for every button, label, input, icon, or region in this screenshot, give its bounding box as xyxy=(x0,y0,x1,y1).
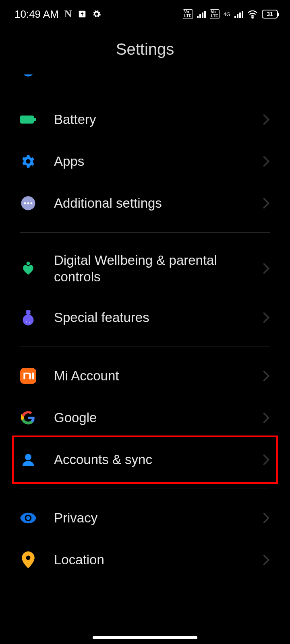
chevron-right-icon xyxy=(263,156,270,167)
settings-list: Battery Apps Additional settings Digital… xyxy=(0,99,290,581)
settings-item-partial[interactable] xyxy=(0,74,290,99)
settings-item-location[interactable]: Location xyxy=(0,539,290,581)
settings-item-label: Digital Wellbeing & parental controls xyxy=(54,252,263,285)
chevron-right-icon xyxy=(263,114,270,125)
settings-item-special[interactable]: Special features xyxy=(0,297,290,339)
svg-point-1 xyxy=(252,17,253,18)
pin-icon xyxy=(20,552,36,568)
settings-item-label: Accounts & sync xyxy=(54,451,263,468)
divider xyxy=(20,347,270,347)
divider xyxy=(20,489,270,489)
settings-item-additional[interactable]: Additional settings xyxy=(0,182,290,224)
google-logo-icon xyxy=(20,410,36,426)
svg-point-6 xyxy=(24,202,26,204)
settings-item-privacy[interactable]: Privacy xyxy=(0,497,290,539)
volte-icon: VoLTE xyxy=(183,9,193,19)
svg-rect-4 xyxy=(34,118,36,121)
settings-item-wellbeing[interactable]: Digital Wellbeing & parental controls xyxy=(0,241,290,297)
chevron-right-icon xyxy=(263,312,270,323)
chevron-right-icon xyxy=(263,554,270,566)
svg-point-17 xyxy=(26,516,30,520)
gear-icon xyxy=(92,10,101,19)
battery-percent: 31 xyxy=(267,11,273,17)
settings-item-label: Mi Account xyxy=(54,367,263,384)
battery-status-icon: 31 xyxy=(262,10,278,19)
svg-point-18 xyxy=(26,555,31,560)
chevron-right-icon xyxy=(263,412,270,423)
mi-logo-icon xyxy=(20,368,36,384)
chevron-right-icon xyxy=(263,198,270,209)
svg-point-9 xyxy=(27,262,30,265)
divider xyxy=(20,232,270,233)
wifi-icon xyxy=(247,10,258,19)
status-left: 10:49 AM N xyxy=(14,8,101,21)
dots-icon xyxy=(20,195,36,211)
settings-item-label: Additional settings xyxy=(54,195,263,211)
settings-item-google[interactable]: Google xyxy=(0,397,290,439)
chevron-right-icon xyxy=(263,454,270,465)
settings-item-battery[interactable]: Battery xyxy=(0,99,290,140)
chevron-right-icon xyxy=(263,263,270,274)
settings-item-label: Google xyxy=(54,409,263,426)
svg-point-11 xyxy=(23,314,34,325)
settings-item-label: Location xyxy=(54,551,263,568)
status-right: VoLTE VoLTE 4G 31 xyxy=(183,9,278,19)
network-label: 4G xyxy=(224,12,230,17)
status-bar: 10:49 AM N VoLTE VoLTE 4G 31 xyxy=(0,0,290,28)
netflix-icon: N xyxy=(64,8,72,20)
svg-point-12 xyxy=(26,312,31,315)
gear-icon xyxy=(20,153,36,169)
heart-person-icon xyxy=(20,260,36,277)
settings-item-label: Privacy xyxy=(54,510,263,526)
settings-item-label: Special features xyxy=(54,309,263,326)
person-icon xyxy=(20,452,36,468)
svg-point-2 xyxy=(22,74,34,76)
volte-icon-2: VoLTE xyxy=(210,9,220,19)
page-title: Settings xyxy=(0,40,290,58)
chevron-right-icon xyxy=(263,370,270,382)
home-indicator[interactable] xyxy=(93,636,197,639)
signal-icon xyxy=(197,10,206,18)
signal-icon-2 xyxy=(234,10,243,18)
svg-rect-3 xyxy=(20,116,34,124)
upload-icon xyxy=(78,10,87,19)
svg-point-13 xyxy=(26,321,27,322)
settings-item-label: Battery xyxy=(54,111,263,128)
chevron-right-icon xyxy=(263,512,270,524)
svg-point-7 xyxy=(27,202,29,204)
svg-point-14 xyxy=(29,322,30,323)
settings-item-apps[interactable]: Apps xyxy=(0,140,290,182)
status-time: 10:49 AM xyxy=(14,8,59,21)
svg-point-8 xyxy=(30,202,32,204)
battery-icon xyxy=(20,111,36,128)
settings-item-mi-account[interactable]: Mi Account xyxy=(0,355,290,397)
flask-icon xyxy=(20,310,36,326)
settings-item-accounts-sync[interactable]: Accounts & sync xyxy=(0,439,290,481)
settings-item-label: Apps xyxy=(54,153,263,169)
page-header: Settings xyxy=(0,28,290,74)
svg-point-16 xyxy=(25,454,31,460)
eye-icon xyxy=(20,510,36,526)
